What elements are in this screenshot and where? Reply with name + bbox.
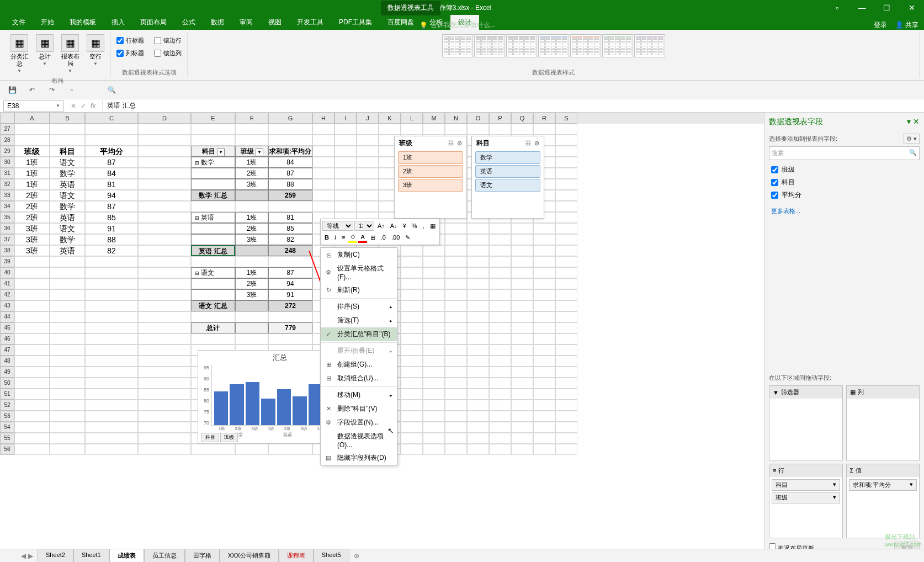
cell[interactable]	[334, 179, 357, 190]
cell[interactable]	[85, 344, 138, 356]
cell[interactable]: 英语	[50, 179, 85, 190]
field-pill[interactable]: 科目 ▾	[772, 479, 840, 491]
cell[interactable]	[489, 289, 511, 300]
cell[interactable]: 科目▾	[191, 146, 235, 157]
cell[interactable]: 班级	[14, 146, 50, 157]
cell[interactable]	[138, 212, 191, 223]
cell[interactable]	[445, 378, 467, 389]
cell[interactable]: 88	[268, 179, 312, 190]
cell[interactable]	[138, 367, 191, 378]
cell[interactable]	[401, 344, 423, 356]
borders-icon[interactable]: ⊞	[368, 233, 378, 242]
cell[interactable]	[467, 411, 489, 422]
columns-area[interactable]: ▦列	[846, 385, 920, 460]
row-header[interactable]: 45	[0, 322, 14, 333]
cell[interactable]	[138, 135, 191, 146]
slicer-item[interactable]: 数学	[475, 151, 540, 164]
format-icon[interactable]: ▦	[428, 221, 438, 231]
col-header[interactable]: N	[445, 113, 467, 124]
cell[interactable]: 1班	[14, 179, 50, 190]
row-headers-checkbox[interactable]: 行标题	[114, 35, 146, 46]
cell[interactable]	[533, 234, 555, 245]
cell[interactable]	[138, 124, 191, 135]
decrease-font-icon[interactable]: A↓	[388, 221, 400, 230]
cell[interactable]	[533, 289, 555, 300]
cell[interactable]	[423, 289, 445, 300]
cell[interactable]: 数学 汇总	[191, 190, 235, 201]
cell[interactable]: 1班	[235, 157, 268, 168]
cell[interactable]	[138, 190, 191, 201]
field-checkbox[interactable]: 平均分	[769, 189, 920, 202]
cell[interactable]	[50, 411, 85, 422]
cell[interactable]	[423, 411, 445, 422]
cell[interactable]	[312, 124, 334, 135]
cell[interactable]	[511, 378, 533, 389]
cell[interactable]	[533, 124, 555, 135]
col-header[interactable]: C	[85, 113, 138, 124]
tab-file[interactable]: 文件	[4, 15, 33, 30]
cell[interactable]	[533, 344, 555, 356]
cell[interactable]	[14, 322, 50, 333]
sheet-tab[interactable]: XXX公司销售额	[220, 549, 279, 563]
cell[interactable]	[555, 201, 577, 212]
cell[interactable]	[85, 389, 138, 400]
increase-decimal-icon[interactable]: .00	[389, 233, 402, 242]
clear-filter-icon[interactable]: ⊘	[457, 140, 462, 147]
cell[interactable]	[85, 300, 138, 311]
cell[interactable]	[191, 278, 235, 289]
cell[interactable]	[489, 333, 511, 344]
cell[interactable]	[423, 256, 445, 267]
cell[interactable]	[555, 389, 577, 400]
cell[interactable]: 1班	[14, 168, 50, 179]
chart-filter-class[interactable]: 班级	[220, 433, 238, 442]
menu-item[interactable]: ⊟取消组合(U)...	[321, 372, 397, 385]
cell[interactable]	[268, 135, 312, 146]
cell[interactable]	[555, 168, 577, 179]
row-header[interactable]: 49	[0, 367, 14, 378]
cell[interactable]	[138, 146, 191, 157]
cell[interactable]	[191, 444, 235, 455]
cell[interactable]	[555, 444, 577, 455]
cell[interactable]	[489, 444, 511, 455]
cell[interactable]: 87	[85, 157, 138, 168]
row-header[interactable]: 43	[0, 300, 14, 311]
cell[interactable]	[489, 311, 511, 322]
menu-item[interactable]: 移动(M)▸	[321, 388, 397, 402]
redo-icon[interactable]: ↷	[46, 84, 57, 96]
cell[interactable]: 班级▾	[235, 146, 268, 157]
cell[interactable]	[85, 135, 138, 146]
row-header[interactable]: 53	[0, 411, 14, 422]
print-preview-icon[interactable]: 🔍	[106, 84, 117, 96]
cell[interactable]: 语文	[50, 223, 85, 234]
cell[interactable]	[555, 356, 577, 367]
cell[interactable]	[14, 411, 50, 422]
cell[interactable]	[85, 433, 138, 444]
cell[interactable]	[489, 433, 511, 444]
cell[interactable]	[423, 245, 445, 256]
cell[interactable]	[14, 289, 50, 300]
cell[interactable]	[312, 168, 334, 179]
tab-data[interactable]: 数据	[203, 15, 232, 30]
slicer-item[interactable]: 英语	[475, 165, 540, 178]
cell[interactable]	[85, 367, 138, 378]
cell[interactable]	[268, 256, 312, 267]
cell[interactable]	[235, 245, 268, 256]
font-select[interactable]: 等线	[322, 221, 353, 231]
sheet-tab[interactable]: 田字格	[185, 549, 220, 563]
sheet-tab[interactable]: 课程表	[279, 549, 314, 563]
comma-icon[interactable]: ,	[421, 221, 427, 230]
cell[interactable]	[423, 311, 445, 322]
cell[interactable]	[312, 146, 334, 157]
cell[interactable]	[191, 135, 235, 146]
cell[interactable]	[235, 300, 268, 311]
cell[interactable]	[445, 422, 467, 433]
style-option[interactable]	[602, 34, 633, 57]
row-header[interactable]: 27	[0, 124, 14, 135]
decrease-decimal-icon[interactable]: .0	[379, 233, 388, 242]
row-header[interactable]: 39	[0, 256, 14, 267]
menu-item[interactable]: ⚙设置单元格格式(F)...	[321, 262, 397, 283]
cell[interactable]	[555, 135, 577, 146]
cell[interactable]	[533, 367, 555, 378]
cell[interactable]	[533, 278, 555, 289]
slicer-item[interactable]: 3班	[398, 179, 463, 192]
